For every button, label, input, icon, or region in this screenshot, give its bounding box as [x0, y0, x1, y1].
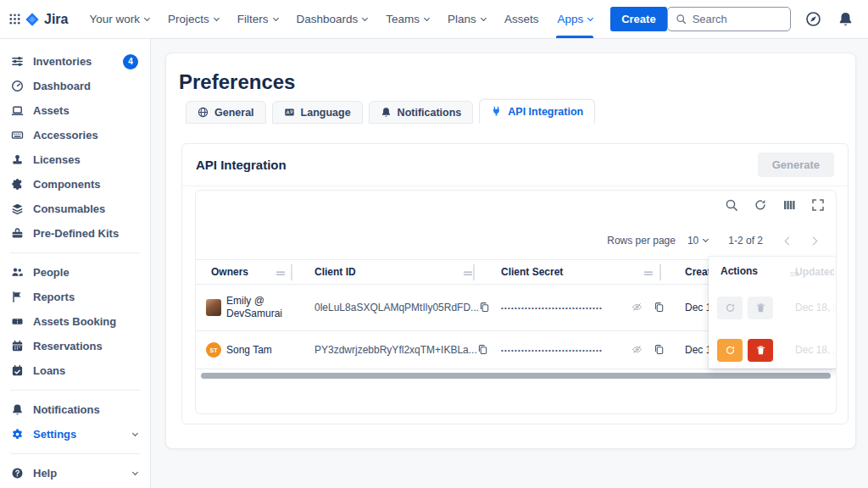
sidebar-item-help[interactable]: Help: [0, 461, 150, 485]
copy-icon[interactable]: [654, 344, 665, 356]
sidebar-item-reports[interactable]: Reports: [0, 285, 150, 309]
tab-label: Language: [301, 107, 351, 119]
chevron-right-icon: [810, 236, 818, 245]
tab-api-integration[interactable]: API Integration: [479, 99, 595, 124]
calendar-check-icon: [10, 364, 24, 378]
eye-slash-icon[interactable]: [632, 302, 643, 313]
inventories-count-badge: 4: [123, 54, 138, 69]
refresh-icon[interactable]: [754, 198, 768, 213]
copy-icon[interactable]: [477, 344, 489, 356]
nav-assets[interactable]: Assets: [495, 0, 548, 38]
sidebar-item-inventories[interactable]: Inventories 4: [0, 49, 150, 74]
search-input[interactable]: [693, 13, 782, 25]
sidebar-item-label: Reports: [33, 291, 75, 303]
column-resize-handle[interactable]: [643, 267, 654, 277]
gear-icon: [10, 428, 24, 441]
regenerate-token-button[interactable]: [717, 339, 743, 362]
sidebar-item-label: Accessories: [33, 129, 98, 141]
search-icon[interactable]: [725, 198, 739, 213]
refresh-icon: [725, 302, 736, 313]
sidebar-item-label: Loans: [33, 364, 65, 377]
jira-logo[interactable]: Jira: [25, 12, 68, 27]
sidebar-item-label: Settings: [33, 428, 76, 441]
sidebar-item-assets[interactable]: Assets: [0, 98, 150, 123]
sidebar-item-label: Pre-Defined Kits: [33, 227, 119, 240]
sidebar-item-reservations[interactable]: Reservations: [0, 334, 150, 358]
client-id-cell: 0leLuL8aSXQLAMqPMtIly05RdFD...: [314, 285, 484, 330]
sidebar-item-licenses[interactable]: Licenses: [0, 147, 150, 172]
discover-compass-icon[interactable]: [804, 10, 823, 29]
sidebar-item-predefined-kits[interactable]: Pre-Defined Kits: [0, 221, 150, 246]
pagination-range: 1-2 of 2: [728, 235, 763, 247]
copy-icon[interactable]: [654, 302, 665, 313]
nav-apps[interactable]: Apps: [548, 0, 602, 38]
tab-general[interactable]: General: [186, 101, 266, 124]
copy-icon[interactable]: [479, 302, 491, 313]
generate-button[interactable]: Generate: [758, 152, 834, 177]
puzzle-icon: [10, 178, 24, 191]
column-header-client-id: Client ID: [314, 260, 356, 284]
sidebar-item-notifications[interactable]: Notifications: [0, 397, 150, 422]
owner-avatar: ST: [206, 342, 221, 358]
actions-column-header: Actions: [721, 265, 758, 277]
panel-title: API Integration: [196, 158, 287, 172]
create-button[interactable]: Create: [610, 7, 666, 31]
tab-language[interactable]: Language: [272, 101, 363, 124]
nav-teams[interactable]: Teams: [376, 0, 438, 38]
sidebar-item-label: Help: [33, 467, 57, 480]
sidebar-item-assets-booking[interactable]: Assets Booking: [0, 309, 150, 334]
nav-plans[interactable]: Plans: [438, 0, 495, 38]
horizontal-scrollbar[interactable]: [201, 373, 831, 379]
previous-page-button[interactable]: [778, 231, 797, 250]
layers-icon: [10, 202, 24, 216]
client-secret-masked: ••••••••••••••••••••••••••••••: [501, 347, 630, 354]
updated-date-cell: Dec 18, 2: [795, 344, 834, 356]
app-root: Jira Your work Projects Filters Dashboar…: [0, 0, 868, 488]
chevron-down-icon: [703, 236, 709, 242]
chevron-down-icon: [272, 14, 278, 20]
chevron-down-icon: [362, 14, 368, 20]
page-title: Preferences: [179, 70, 295, 94]
nav-dashboards[interactable]: Dashboards: [287, 0, 377, 38]
column-resize-handle[interactable]: [463, 267, 473, 277]
delete-token-button[interactable]: [748, 339, 773, 362]
nav-your-work[interactable]: Your work: [80, 0, 159, 38]
app-switcher-grid-icon[interactable]: [8, 8, 21, 31]
sidebar-item-accessories[interactable]: Accessories: [0, 123, 150, 147]
gauge-icon: [10, 80, 24, 93]
calendar-icon: [10, 340, 24, 353]
columns-icon[interactable]: [782, 198, 797, 213]
sidebar-item-components[interactable]: Components: [0, 172, 150, 197]
nav-projects[interactable]: Projects: [159, 0, 228, 38]
next-page-button[interactable]: [805, 231, 824, 250]
tab-notifications[interactable]: Notifications: [369, 101, 474, 124]
sidebar-item-people[interactable]: People: [0, 260, 150, 285]
fullscreen-icon[interactable]: [811, 198, 826, 213]
sidebar-item-dashboard[interactable]: Dashboard: [0, 74, 150, 98]
globe-icon: [198, 107, 209, 118]
updated-date-cell: Dec 18, 2: [795, 302, 834, 313]
nav-filters[interactable]: Filters: [228, 0, 287, 38]
row-actions: [717, 339, 773, 362]
license-stamp-icon: [10, 153, 24, 167]
api-tokens-table: Rows per page 10 1-2 of 2 Owners: [195, 190, 837, 414]
column-resize-handle[interactable]: [275, 267, 286, 277]
rows-per-page-select[interactable]: 10: [687, 235, 708, 247]
sidebar-item-consumables[interactable]: Consumables: [0, 197, 150, 221]
bell-icon: [381, 107, 392, 118]
sidebar-item-label: Notifications: [33, 403, 100, 416]
regenerate-token-button[interactable]: [717, 297, 743, 319]
notifications-bell-icon[interactable]: [837, 10, 855, 29]
delete-token-button[interactable]: [748, 297, 773, 319]
column-header-client-secret: Client Secret: [501, 260, 563, 284]
keyboard-icon: [10, 129, 24, 142]
sidebar-item-label: Assets: [33, 104, 70, 117]
sidebar-item-loans[interactable]: Loans: [0, 358, 150, 383]
chevron-down-icon: [144, 14, 150, 20]
sidebar-item-settings[interactable]: Settings: [0, 422, 150, 446]
chevron-down-icon: [481, 14, 487, 20]
eye-slash-icon[interactable]: [632, 344, 643, 356]
sidebar-item-label: Licenses: [33, 153, 81, 166]
created-date-cell: Dec 1: [685, 285, 709, 330]
global-search[interactable]: [667, 7, 791, 31]
